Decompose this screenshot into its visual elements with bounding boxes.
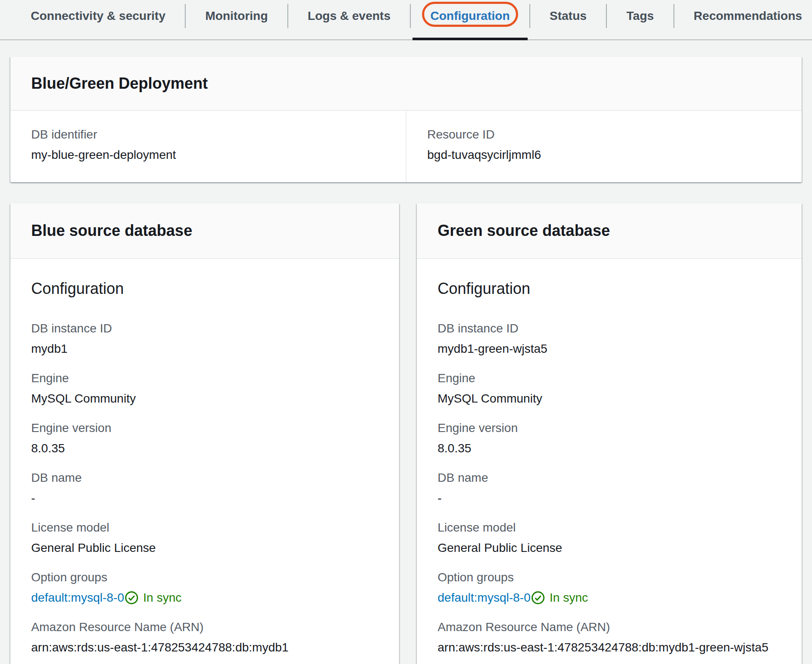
check-circle-icon [531, 590, 545, 605]
blue-panel-header: Blue source database [10, 203, 399, 259]
field-db-name: DB name - [438, 471, 781, 506]
field-value: - [31, 491, 378, 506]
field-label: Engine version [438, 421, 781, 435]
field-label: DB instance ID [438, 321, 781, 336]
field-label: Amazon Resource Name (ARN) [31, 620, 378, 635]
panel-title: Blue source database [31, 222, 192, 240]
deployment-column-resource-id: Resource ID bgd-tuvaqsycirljmml6 [406, 111, 802, 182]
tab-monitoring[interactable]: Monitoring [186, 0, 287, 32]
field-value: default:mysql-8-0In sync [31, 590, 378, 605]
field-arn: Amazon Resource Name (ARN) arn:aws:rds:u… [31, 620, 378, 655]
page-content: Blue/Green Deployment DB identifier my-b… [0, 57, 812, 664]
field-label: Option groups [31, 570, 378, 585]
tab-label: Tags [626, 9, 654, 23]
field-value: my-blue-green-deployment [31, 148, 385, 162]
field-db-instance-id: DB instance ID mydb1-green-wjsta5 [438, 321, 781, 356]
option-group-link[interactable]: default:mysql-8-0 [31, 591, 124, 604]
field-value: default:mysql-8-0In sync [438, 590, 781, 605]
field-value: 8.0.35 [31, 441, 378, 456]
field-label: DB instance ID [31, 321, 378, 336]
field-value: - [438, 491, 781, 506]
field-engine-version: Engine version 8.0.35 [31, 421, 378, 456]
field-value: 8.0.35 [438, 441, 781, 456]
field-value: General Public License [31, 541, 378, 555]
tab-logs-events[interactable]: Logs & events [288, 0, 410, 32]
field-license-model: License model General Public License [438, 520, 781, 555]
in-sync-label: In sync [550, 590, 588, 605]
field-value: bgd-tuvaqsycirljmml6 [427, 148, 781, 162]
green-panel-header: Green source database [417, 203, 802, 259]
blue-panel-content: Configuration DB instance ID mydb1 Engin… [10, 259, 399, 664]
blue-source-database-panel: Blue source database Configuration DB in… [10, 203, 399, 664]
check-circle-icon [124, 590, 139, 605]
panel-title: Green source database [438, 222, 610, 240]
configuration-section-title: Configuration [31, 280, 378, 297]
field-license-model: License model General Public License [31, 520, 378, 555]
field-arn: Amazon Resource Name (ARN) arn:aws:rds:u… [438, 620, 781, 655]
source-databases-row: Blue source database Configuration DB in… [10, 203, 802, 664]
tab-configuration[interactable]: Configuration [411, 0, 529, 32]
deployment-panel-content: DB identifier my-blue-green-deployment R… [10, 111, 802, 182]
deployment-panel: Blue/Green Deployment DB identifier my-b… [10, 57, 802, 182]
field-option-groups: Option groups default:mysql-8-0In sync [31, 570, 378, 605]
field-value: MySQL Community [438, 391, 781, 406]
deployment-panel-header: Blue/Green Deployment [10, 57, 802, 111]
field-label: Engine [31, 371, 378, 386]
tab-label: Connectivity & security [31, 9, 165, 23]
deployment-column-db-identifier: DB identifier my-blue-green-deployment [10, 111, 406, 182]
tab-recommendations[interactable]: Recommendations [674, 0, 812, 32]
panel-title: Blue/Green Deployment [31, 74, 208, 93]
green-panel-content: Configuration DB instance ID mydb1-green… [417, 259, 802, 664]
field-value: General Public License [438, 541, 781, 555]
field-engine-version: Engine version 8.0.35 [438, 421, 781, 456]
tab-label: Logs & events [308, 9, 390, 23]
field-label: Option groups [438, 570, 781, 585]
in-sync-label: In sync [143, 590, 182, 605]
green-source-database-panel: Green source database Configuration DB i… [417, 203, 802, 664]
tab-connectivity-security[interactable]: Connectivity & security [11, 0, 185, 32]
field-value: mydb1 [31, 342, 378, 356]
tab-bar: Connectivity & security Monitoring Logs … [0, 0, 812, 40]
option-group-link[interactable]: default:mysql-8-0 [438, 591, 531, 604]
tab-label: Status [550, 9, 587, 23]
field-value: mydb1-green-wjsta5 [438, 342, 781, 356]
field-value: arn:aws:rds:us-east-1:478253424788:db:my… [438, 640, 781, 655]
field-label: DB name [438, 471, 781, 485]
field-label: License model [438, 520, 781, 535]
field-value: arn:aws:rds:us-east-1:478253424788:db:my… [31, 640, 378, 655]
tab-label: Monitoring [205, 9, 268, 23]
field-label: Engine version [31, 421, 378, 435]
tab-status[interactable]: Status [530, 0, 606, 32]
field-label: Resource ID [427, 127, 781, 142]
field-label: DB name [31, 471, 378, 485]
tab-label: Configuration [430, 9, 510, 23]
field-label: Amazon Resource Name (ARN) [438, 620, 781, 635]
field-label: License model [31, 520, 378, 535]
configuration-section-title: Configuration [438, 280, 781, 297]
field-option-groups: Option groups default:mysql-8-0In sync [438, 570, 781, 605]
field-label: DB identifier [31, 127, 385, 142]
in-sync-status: In sync [531, 590, 588, 605]
field-db-instance-id: DB instance ID mydb1 [31, 321, 378, 356]
field-db-name: DB name - [31, 471, 378, 506]
field-engine: Engine MySQL Community [438, 371, 781, 406]
in-sync-status: In sync [124, 590, 182, 605]
tab-label: Recommendations [694, 9, 802, 23]
field-resource-id: Resource ID bgd-tuvaqsycirljmml6 [427, 127, 781, 162]
field-label: Engine [438, 371, 781, 386]
field-db-identifier: DB identifier my-blue-green-deployment [31, 127, 385, 162]
field-engine: Engine MySQL Community [31, 371, 378, 406]
tab-tags[interactable]: Tags [607, 0, 673, 32]
field-value: MySQL Community [31, 391, 378, 406]
